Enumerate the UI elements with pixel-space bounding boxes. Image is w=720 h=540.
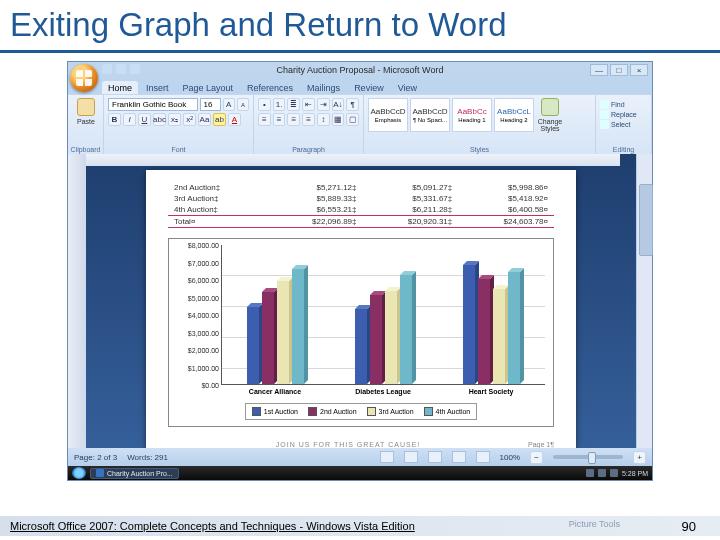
- group-font: Franklin Gothic Book 16 A A B I U abc x₂…: [104, 95, 254, 154]
- word-icon: [96, 469, 104, 477]
- zoom-in-button[interactable]: +: [633, 451, 646, 464]
- view-draft[interactable]: [476, 451, 490, 463]
- font-family-dropdown[interactable]: Franklin Gothic Book: [108, 98, 198, 111]
- clock: 5:28 PM: [622, 470, 648, 477]
- group-clipboard: Paste Clipboard: [68, 95, 104, 154]
- paste-button[interactable]: Paste: [72, 98, 100, 125]
- shrink-font-button[interactable]: A: [237, 98, 249, 111]
- sort-button[interactable]: A↓: [332, 98, 345, 111]
- linespacing-button[interactable]: ↕: [317, 113, 330, 126]
- legend-item: 3rd Auction: [367, 407, 414, 416]
- vertical-scrollbar[interactable]: [636, 154, 652, 448]
- group-editing: Find Replace Select Editing: [596, 95, 652, 154]
- style-card[interactable]: AaBbCcLHeading 2: [494, 98, 534, 132]
- slide-number: 90: [682, 519, 720, 534]
- maximize-button[interactable]: □: [610, 64, 628, 76]
- window-title: Charity Auction Proposal - Microsoft Wor…: [277, 65, 444, 75]
- inc-indent-button[interactable]: ⇥: [317, 98, 330, 111]
- find-icon: [600, 100, 609, 109]
- legend-item: 1st Auction: [252, 407, 298, 416]
- ribbon-tabs: Home Insert Page Layout References Maili…: [68, 78, 652, 94]
- italic-button[interactable]: I: [123, 113, 136, 126]
- legend-item: 4th Auction: [424, 407, 471, 416]
- superscript-button[interactable]: x²: [183, 113, 196, 126]
- status-page[interactable]: Page: 2 of 3: [74, 453, 117, 462]
- style-card[interactable]: AaBbCcHeading 1: [452, 98, 492, 132]
- zoom-slider[interactable]: [553, 455, 623, 459]
- borders-button[interactable]: ▢: [346, 113, 359, 126]
- minimize-button[interactable]: —: [590, 64, 608, 76]
- windows-taskbar: Charity Auction Pro... 5:28 PM: [68, 466, 652, 480]
- align-left-button[interactable]: ≡: [258, 113, 271, 126]
- taskbar-app-word[interactable]: Charity Auction Pro...: [90, 468, 179, 479]
- multilevel-button[interactable]: ≣: [287, 98, 300, 111]
- view-full-screen[interactable]: [404, 451, 418, 463]
- numbering-button[interactable]: 1.: [273, 98, 286, 111]
- change-styles-button[interactable]: Change Styles: [536, 98, 564, 132]
- showmarks-button[interactable]: ¶: [346, 98, 359, 111]
- align-center-button[interactable]: ≡: [273, 113, 286, 126]
- select-icon: [600, 120, 609, 129]
- titlebar: Charity Auction Proposal - Microsoft Wor…: [68, 62, 652, 78]
- tab-references[interactable]: References: [241, 81, 299, 94]
- chart-bar-group: [437, 245, 545, 384]
- highlight-button[interactable]: ab: [213, 113, 226, 126]
- dec-indent-button[interactable]: ⇤: [302, 98, 315, 111]
- view-outline[interactable]: [452, 451, 466, 463]
- table-total-row: Total¤$22,096.89‡$20,920.31‡$24,603.78¤: [168, 216, 554, 228]
- group-paragraph: • 1. ≣ ⇤ ⇥ A↓ ¶ ≡ ≡ ≡ ≡ ↕ ▦ ▢: [254, 95, 364, 154]
- chart-legend: 1st Auction2nd Auction3rd Auction4th Auc…: [245, 403, 478, 420]
- change-case-button[interactable]: Aa: [198, 113, 211, 126]
- tab-review[interactable]: Review: [348, 81, 390, 94]
- page-canvas[interactable]: 2nd Auction‡$5,271.12‡$5,091.27‡$5,998.8…: [146, 170, 576, 448]
- table-row: 2nd Auction‡$5,271.12‡$5,091.27‡$5,998.8…: [168, 182, 554, 193]
- system-tray[interactable]: 5:28 PM: [586, 469, 648, 477]
- select-button[interactable]: Select: [600, 120, 647, 129]
- bullets-button[interactable]: •: [258, 98, 271, 111]
- view-print-layout[interactable]: [380, 451, 394, 463]
- legend-item: 2nd Auction: [308, 407, 357, 416]
- font-size-dropdown[interactable]: 16: [200, 98, 221, 111]
- zoom-out-button[interactable]: −: [530, 451, 543, 464]
- style-card[interactable]: AaBbCcD¶ No Spaci...: [410, 98, 450, 132]
- tab-insert[interactable]: Insert: [140, 81, 175, 94]
- justify-button[interactable]: ≡: [302, 113, 315, 126]
- tab-page-layout[interactable]: Page Layout: [177, 81, 240, 94]
- shading-button[interactable]: ▦: [332, 113, 345, 126]
- underline-button[interactable]: U: [138, 113, 151, 126]
- replace-button[interactable]: Replace: [600, 110, 647, 119]
- horizontal-ruler: [86, 154, 620, 166]
- align-right-button[interactable]: ≡: [287, 113, 300, 126]
- chart-bar-group: [330, 245, 438, 384]
- status-bar: Page: 2 of 3 Words: 291 100% − +: [68, 448, 652, 466]
- grow-font-button[interactable]: A: [223, 98, 235, 111]
- find-button[interactable]: Find: [600, 100, 647, 109]
- close-button[interactable]: ×: [630, 64, 648, 76]
- view-web-layout[interactable]: [428, 451, 442, 463]
- title-underline: [0, 50, 720, 53]
- auction-table: 2nd Auction‡$5,271.12‡$5,091.27‡$5,998.8…: [168, 182, 554, 228]
- tab-view[interactable]: View: [392, 81, 423, 94]
- office-button[interactable]: [70, 64, 98, 92]
- zoom-level[interactable]: 100%: [500, 453, 520, 462]
- subscript-button[interactable]: x₂: [168, 113, 181, 126]
- footer-text: Microsoft Office 2007: Complete Concepts…: [0, 520, 425, 532]
- word-window: Charity Auction Proposal - Microsoft Wor…: [67, 61, 653, 481]
- tab-home[interactable]: Home: [102, 81, 138, 94]
- page-footer: JOIN US FOR THIS GREAT CAUSE! Page 1¶: [168, 441, 554, 448]
- paste-icon: [77, 98, 95, 116]
- chart-plot-area: [221, 245, 545, 385]
- bold-button[interactable]: B: [108, 113, 121, 126]
- document-area: 2nd Auction‡$5,271.12‡$5,091.27‡$5,998.8…: [68, 154, 652, 448]
- status-words[interactable]: Words: 291: [127, 453, 168, 462]
- tab-mailings[interactable]: Mailings: [301, 81, 346, 94]
- slide-title: Exiting Graph and Return to Word: [0, 0, 720, 48]
- start-button[interactable]: [72, 467, 86, 479]
- style-card[interactable]: AaBbCcDEmphasis: [368, 98, 408, 132]
- embedded-chart[interactable]: $0.00$1,000.00$2,000.00$3,000.00$4,000.0…: [168, 238, 554, 427]
- font-color-button[interactable]: A: [228, 113, 241, 126]
- group-styles: AaBbCcDEmphasisAaBbCcD¶ No Spaci...AaBbC…: [364, 95, 596, 154]
- replace-icon: [600, 110, 609, 119]
- slide-footer: Microsoft Office 2007: Complete Concepts…: [0, 512, 720, 540]
- strike-button[interactable]: abc: [153, 113, 166, 126]
